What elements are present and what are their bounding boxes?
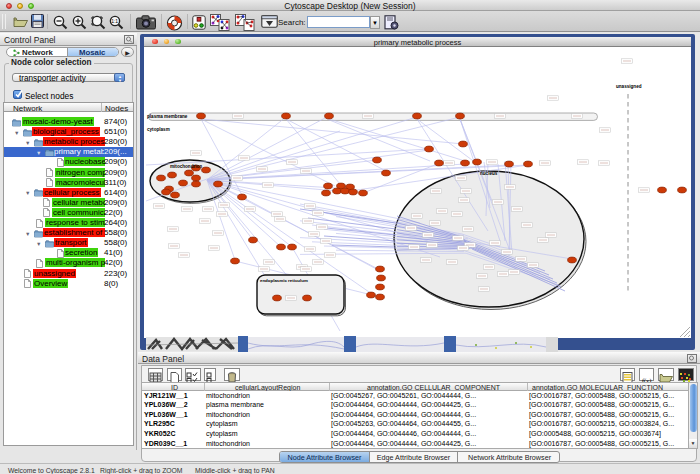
svg-text:endoplasmic reticulum: endoplasmic reticulum xyxy=(260,277,308,282)
svg-text:nucleus: nucleus xyxy=(480,170,498,175)
svg-text:plasma membrane: plasma membrane xyxy=(147,113,188,118)
svg-text:mitochondrion: mitochondrion xyxy=(170,163,202,168)
svg-text:1:1: 1:1 xyxy=(111,18,118,24)
svg-text:cytoplasm: cytoplasm xyxy=(147,127,170,132)
svg-text:unassigned: unassigned xyxy=(616,84,642,89)
